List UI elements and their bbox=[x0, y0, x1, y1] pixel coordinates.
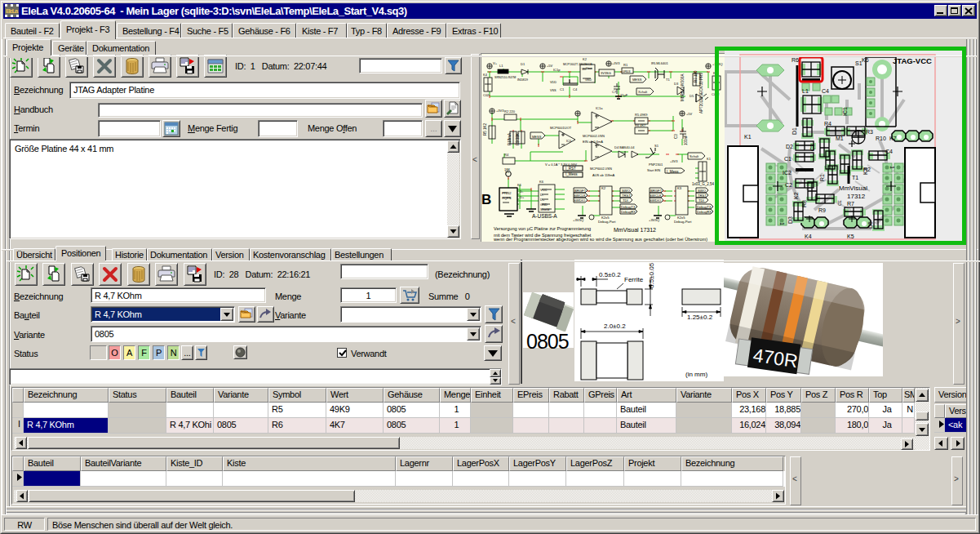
svg-text:+3V3Q: +3V3Q bbox=[573, 218, 584, 222]
svg-text:K4: K4 bbox=[483, 73, 488, 77]
svg-text:Shield: Shield bbox=[540, 207, 549, 211]
svg-text:MBP5V3-M306A: MBP5V3-M306A bbox=[681, 73, 685, 101]
svg-text:D4 BAS40-04: D4 BAS40-04 bbox=[614, 145, 635, 149]
svg-text:BRGFT: BRGFT bbox=[574, 189, 587, 193]
svg-text:+3V3: +3V3 bbox=[612, 61, 620, 65]
svg-text:0.5±0.05: 0.5±0.05 bbox=[648, 262, 655, 288]
svg-text:IC0: IC0 bbox=[566, 139, 572, 143]
svg-text:3V3SG: 3V3SG bbox=[601, 71, 611, 75]
svg-text:SRN2510-R47M: SRN2510-R47M bbox=[494, 76, 516, 79]
svg-text:TDI: TDI bbox=[698, 198, 704, 202]
svg-text:R18mA: R18mA bbox=[508, 133, 512, 145]
svg-text:wenn der Programmierstecker ab: wenn der Programmierstecker abgezogen wi… bbox=[493, 237, 707, 242]
svg-text:D3: D3 bbox=[674, 82, 679, 86]
svg-text:R7 190: R7 190 bbox=[694, 70, 698, 82]
svg-text:IN5819: IN5819 bbox=[517, 78, 529, 82]
svg-text:IRLML6401: IRLML6401 bbox=[651, 61, 668, 65]
svg-text:Start EIN: Start EIN bbox=[647, 168, 660, 172]
svg-text:I_Mess: I_Mess bbox=[667, 170, 679, 174]
svg-text:GND: GND bbox=[540, 202, 548, 207]
svg-text:R5 49K9: R5 49K9 bbox=[635, 113, 648, 117]
svg-text:SWO: SWO bbox=[698, 189, 707, 193]
svg-text:GND: GND bbox=[585, 78, 592, 82]
svg-text:DebugTX: DebugTX bbox=[621, 205, 636, 209]
svg-text:Debug-Port: Debug-Port bbox=[674, 220, 692, 224]
svg-text:K1: K1 bbox=[517, 183, 522, 187]
svg-text:C3: C3 bbox=[674, 134, 678, 139]
svg-text:IC1p: IC1p bbox=[553, 68, 561, 72]
svg-text:MmVisual 17312: MmVisual 17312 bbox=[614, 227, 656, 233]
svg-text:D+: D+ bbox=[520, 195, 525, 199]
svg-text:D1: D1 bbox=[521, 62, 525, 66]
svg-text:APT2012LSECK/J3-PRV: APT2012LSECK/J3-PRV bbox=[699, 73, 703, 113]
svg-text:V+: V+ bbox=[493, 61, 498, 65]
svg-text:1.25±0.2: 1.25±0.2 bbox=[687, 314, 713, 321]
svg-text:+5V: +5V bbox=[547, 64, 553, 68]
svg-text:(in mm): (in mm) bbox=[685, 371, 707, 378]
svg-text:A-USBS-A: A-USBS-A bbox=[532, 213, 557, 219]
svg-text:SWCLK: SWCLK bbox=[574, 194, 586, 198]
svg-text:SWDIO: SWDIO bbox=[574, 198, 586, 202]
svg-text:C7: C7 bbox=[612, 90, 617, 94]
svg-text:100nF: 100nF bbox=[684, 135, 688, 145]
svg-text:K2: K2 bbox=[601, 186, 606, 190]
svg-text:Ferrite: Ferrite bbox=[624, 276, 644, 283]
svg-text:C1: C1 bbox=[560, 87, 565, 91]
svg-text:MCP6002-I/SN: MCP6002-I/SN bbox=[590, 167, 612, 171]
svg-text:VDD: VDD bbox=[550, 81, 557, 84]
svg-text:D-: D- bbox=[540, 193, 544, 197]
svg-text:L1: L1 bbox=[499, 64, 503, 68]
svg-text:C4: C4 bbox=[573, 87, 578, 91]
svg-text:MESS: MESS bbox=[532, 135, 542, 139]
svg-text:R3 39K: R3 39K bbox=[516, 133, 520, 145]
svg-text:Versorgung von µC Platine zur: Versorgung von µC Platine zur Programmie… bbox=[494, 226, 591, 231]
svg-text:TRST: TRST bbox=[698, 194, 707, 198]
svg-text:MCP1602T-3302E/CB: MCP1602T-3302E/CB bbox=[563, 63, 592, 66]
svg-text:C02: C02 bbox=[483, 93, 490, 97]
svg-text:I_RST: I_RST bbox=[565, 167, 576, 171]
svg-text:K3: K3 bbox=[677, 186, 682, 190]
svg-text:VSS: VSS bbox=[550, 89, 557, 92]
svg-text:0R03: 0R03 bbox=[623, 69, 631, 73]
svg-text:SWO: SWO bbox=[622, 189, 631, 193]
svg-text:R6 4K7: R6 4K7 bbox=[635, 123, 646, 127]
svg-text:Schalt: Schalt bbox=[690, 154, 699, 158]
svg-text:DebugRX: DebugRX bbox=[621, 210, 636, 214]
svg-text:MESS: MESS bbox=[632, 78, 642, 82]
svg-text:K1: K1 bbox=[707, 157, 712, 161]
svg-text:R2 220: R2 220 bbox=[504, 109, 516, 113]
svg-text:B: B bbox=[481, 192, 491, 207]
svg-text:AUS ab 118mA: AUS ab 118mA bbox=[592, 173, 615, 177]
svg-text:SWDIO: SWDIO bbox=[650, 198, 662, 202]
svg-text:SWCLK: SWCLK bbox=[650, 194, 662, 198]
svg-text:T1: T1 bbox=[666, 78, 670, 82]
svg-text:EIN ab 0,6mA: EIN ab 0,6mA bbox=[583, 140, 603, 144]
svg-text:+3V3: +3V3 bbox=[496, 109, 504, 113]
svg-text:I_Mess: I_Mess bbox=[565, 172, 578, 176]
svg-text:DebugRX: DebugRX bbox=[697, 210, 712, 214]
svg-text:+3V3: +3V3 bbox=[670, 159, 678, 163]
svg-text:R4: R4 bbox=[504, 153, 509, 157]
svg-text:IC1a: IC1a bbox=[596, 106, 603, 110]
svg-text:0.5±0.2: 0.5±0.2 bbox=[599, 271, 621, 278]
svg-text:+3V3Q: +3V3Q bbox=[649, 218, 660, 222]
svg-text:Xchalt: Xchalt bbox=[638, 90, 648, 94]
svg-text:K6: K6 bbox=[539, 180, 544, 184]
svg-text:1x03_G_2,54: 1x03_G_2,54 bbox=[692, 182, 715, 186]
svg-text:TDI: TDI bbox=[623, 198, 628, 202]
svg-text:Vout: Vout bbox=[586, 67, 592, 70]
svg-text:2.0±0.2: 2.0±0.2 bbox=[604, 323, 626, 330]
svg-text:MCP6001UOT: MCP6001UOT bbox=[550, 126, 572, 130]
svg-text:MCP6002-I/SN: MCP6002-I/SN bbox=[583, 134, 605, 138]
svg-text:V+: V+ bbox=[505, 170, 510, 174]
svg-text:S1: S1 bbox=[654, 144, 659, 148]
svg-text:PNP2301: PNP2301 bbox=[649, 162, 663, 167]
svg-text:TRST: TRST bbox=[622, 194, 631, 198]
svg-text:DebugTX: DebugTX bbox=[697, 205, 712, 209]
svg-text:15µF: 15µF bbox=[620, 93, 628, 97]
svg-text:D+: D+ bbox=[540, 198, 545, 202]
svg-text:K2: K2 bbox=[583, 57, 588, 61]
svg-text:Debug-Port: Debug-Port bbox=[598, 220, 616, 224]
svg-text:R1: R1 bbox=[623, 63, 628, 67]
svg-text:D5: D5 bbox=[690, 94, 694, 98]
